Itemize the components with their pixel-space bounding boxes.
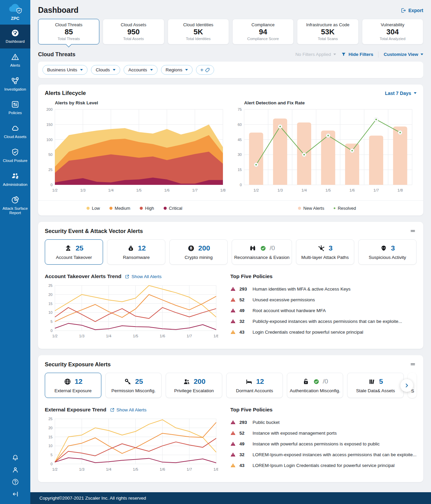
customize-view-dropdown[interactable]: Customize View [384, 52, 423, 57]
exposure-card-external-exposure[interactable]: 12 External Exposure [45, 373, 101, 398]
sidebar-item-alerts[interactable]: Alerts [0, 48, 30, 72]
vector-card-suspicious-activity[interactable]: 3 Suspicious Activity [358, 239, 417, 265]
copyright-text: Copyright©2007-2021 Zscaler Inc. All rig… [39, 496, 146, 501]
stat-card-cloud-identities[interactable]: Cloud Identities 5K Total Identities [168, 19, 229, 44]
drag-handle-icon[interactable] [409, 227, 417, 235]
policy-row[interactable]: 49 Root account without hardware MFA [230, 305, 417, 316]
external-link-icon [110, 407, 115, 412]
logout-icon[interactable] [11, 489, 19, 500]
sidebar-item-administration[interactable]: Administration [0, 168, 30, 192]
svg-text:25: 25 [48, 417, 53, 421]
svg-text:0: 0 [240, 183, 242, 187]
svg-text:15: 15 [48, 435, 53, 439]
sidebar-item-cloud-assets[interactable]: Cloud Assets [0, 120, 30, 144]
export-button[interactable]: Export [400, 7, 423, 13]
sidebar-item-policies[interactable]: Policies [0, 96, 30, 120]
stat-card-infrastructure-as-code[interactable]: Infrastructure as Code 53K Total Scans [297, 19, 358, 44]
trend-title: Account Takeover Alerts Trend [45, 273, 121, 279]
bed-icon [245, 378, 253, 385]
exposure-card-privilege-escalation[interactable]: 200 Privilege Escalation [166, 373, 222, 398]
policy-row[interactable]: 32 LOREM-Ipsum-exposed instances with ac… [230, 449, 417, 460]
external-exposure-trend-chart: 05101520251/21/31/41/51/61/71/8 [45, 416, 218, 474]
filter-regions[interactable]: Regions [161, 65, 193, 75]
bitcoin-icon [187, 244, 195, 252]
legend-dot [109, 207, 112, 210]
svg-text:1/3: 1/3 [79, 334, 85, 338]
spy-icon [64, 244, 72, 252]
severity-triangle-icon [230, 286, 236, 292]
help-icon[interactable] [11, 476, 19, 488]
stat-card-vulnerability[interactable]: Vulnerability 304 Total Analyzied [362, 19, 423, 44]
legend-critical: Critical [164, 206, 183, 211]
vector-card-ransomware[interactable]: 12 Ransomware [107, 239, 165, 265]
policy-row[interactable]: 32 Publicly-exposed instances with acces… [230, 316, 417, 327]
svg-text:0: 0 [51, 183, 53, 187]
severity-triangle-icon [230, 463, 236, 468]
legend-dot [164, 207, 167, 210]
vector-card-crypto-mining[interactable]: 200 Crypto mining [169, 239, 228, 265]
add-filter-tag-button[interactable]: + [196, 65, 214, 75]
svg-text:5: 5 [51, 453, 53, 457]
vector-card-reconnaissance-evasion[interactable]: /0 Reconnaissance & Evasion [232, 239, 292, 265]
stat-card-compliance[interactable]: Compliance 94 Compliance Score [232, 19, 294, 44]
chevron-down-icon [80, 69, 83, 71]
vector-card-account-takeover[interactable]: 25 Account Takeover [45, 239, 103, 265]
svg-text:1/3: 1/3 [79, 467, 85, 471]
alert-triangle-icon [11, 53, 20, 61]
svg-text:0: 0 [51, 329, 53, 333]
svg-text:10: 10 [48, 444, 53, 448]
svg-text:25: 25 [48, 168, 53, 172]
alien-icon [380, 244, 388, 252]
sidebar-item-dashboard[interactable]: Dashboard [0, 25, 30, 48]
vector-card-multi-layer-attack-paths[interactable]: 3 Multi-layer Attack Paths [296, 239, 354, 265]
policy-row[interactable]: 52 Unused excessive permissions [230, 294, 417, 305]
chevron-down-icon [150, 69, 153, 71]
svg-text:1/7: 1/7 [373, 188, 379, 192]
show-all-alerts-link[interactable]: Show All Alerts [125, 274, 161, 279]
stat-card-cloud-assets[interactable]: Cloud Assets 950 Total Assets [103, 19, 164, 44]
date-range-dropdown[interactable]: Last 7 Days [385, 91, 417, 96]
svg-text:1/8: 1/8 [220, 188, 226, 192]
sidebar-item-investigation[interactable]: Investigation [0, 72, 30, 96]
svg-text:50: 50 [48, 153, 53, 157]
no-filters-applied-dropdown[interactable]: No Filters Applied [295, 52, 336, 57]
exposure-card-stale-data-assets[interactable]: 5 Stale Data& Assets [347, 373, 404, 398]
severity-triangle-icon [230, 308, 236, 313]
sidebar-item-cloud-posture[interactable]: Cloud Posture [0, 144, 30, 168]
policy-row[interactable]: 293 Public bucket [230, 417, 417, 428]
legend-ring-dot [334, 207, 335, 209]
bell-icon[interactable] [11, 452, 19, 464]
drag-handle-icon[interactable] [409, 361, 417, 368]
shield-check-icon [11, 148, 20, 157]
svg-text:10: 10 [48, 310, 53, 314]
policy-row[interactable]: 43 LOREM-Ipsum Login Credentials created… [230, 460, 417, 471]
filter-business-units[interactable]: Business Units [42, 65, 88, 75]
svg-text:100: 100 [46, 138, 53, 142]
policy-row[interactable]: 49 Instance with powerful access permiss… [230, 438, 417, 449]
filter-clouds[interactable]: Clouds [91, 65, 120, 75]
tag-icon [205, 67, 210, 73]
hide-filters-button[interactable]: Hide Filters [341, 52, 373, 57]
sidebar-item-attack-surface-report[interactable]: Attack Surface Report [0, 192, 30, 220]
show-all-alerts-link[interactable]: Show All Alerts [110, 407, 146, 412]
zpc-cloud-shield-logo-icon [7, 3, 23, 14]
svg-text:1/2: 1/2 [254, 188, 259, 192]
chevron-down-icon [333, 54, 336, 55]
exposure-card-dormant-accounts[interactable]: 12 Dormant Accounts [226, 373, 283, 398]
policy-row[interactable]: 52 Instance with exposed management port… [230, 428, 417, 438]
exposure-card-permission-misconfig[interactable]: 25 Permission Misconfig. [105, 373, 162, 398]
exposure-card-authentication-misconfig[interactable]: /0 Authentication Misconfig. [287, 373, 343, 398]
user-icon[interactable] [11, 464, 19, 476]
svg-text:150: 150 [46, 123, 53, 127]
carousel-next-button[interactable] [400, 379, 413, 392]
stat-card-cloud-threats[interactable]: Cloud Threats 85 Total Threats [38, 19, 99, 44]
filter-accounts[interactable]: Accounts [124, 65, 158, 75]
svg-text:75: 75 [238, 107, 242, 111]
svg-text:1/4: 1/4 [108, 188, 114, 192]
policy-row[interactable]: 293 Human identities with MFA & active A… [230, 283, 417, 294]
legend-dot [140, 207, 143, 210]
app-logo[interactable]: ZPC [0, 0, 30, 25]
alerts-lifecycle-title: Alerts Lifecycle [45, 90, 86, 96]
policy-row[interactable]: 43 Login Credentials created for powerfu… [230, 327, 417, 337]
svg-text:1/3: 1/3 [80, 188, 86, 192]
